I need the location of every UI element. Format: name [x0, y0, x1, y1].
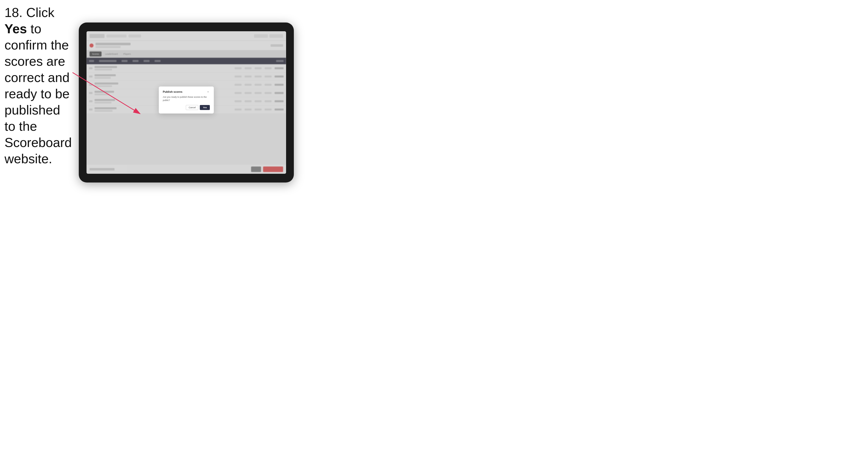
instruction-part2: to confirm the scores are correct and re… — [4, 22, 72, 166]
modal-footer: Cancel Yes — [163, 105, 210, 110]
modal-close-button[interactable]: × — [206, 90, 210, 93]
modal-body-text: Are you ready to publish these scores to… — [163, 95, 210, 102]
modal-header: Publish scores × — [163, 90, 210, 93]
tablet-device: Scores Leaderboard Players — [79, 23, 294, 183]
tablet-screen: Scores Leaderboard Players — [87, 31, 286, 174]
publish-scores-dialog: Publish scores × Are you ready to publis… — [159, 87, 214, 113]
yes-button[interactable]: Yes — [200, 105, 210, 110]
modal-overlay: Publish scores × Are you ready to publis… — [87, 31, 286, 174]
step-number: 18. — [4, 5, 23, 20]
instruction-bold: Yes — [4, 22, 27, 36]
cancel-button[interactable]: Cancel — [186, 105, 198, 110]
instruction-text: 18. Click Yes to confirm the scores are … — [4, 4, 74, 167]
instruction-part1: Click — [23, 5, 54, 20]
modal-title: Publish scores — [163, 90, 182, 93]
